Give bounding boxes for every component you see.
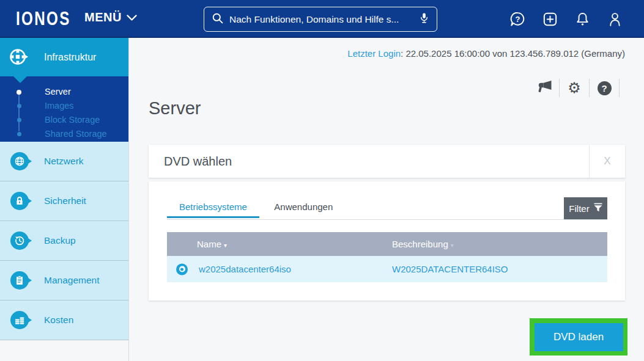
menu-label: MENÜ (84, 10, 122, 24)
create-new-button[interactable] (542, 11, 558, 27)
sidebar-section-sicherheit[interactable]: Sicherheit (0, 181, 128, 221)
question-circle-icon: ? (598, 81, 612, 95)
infrastructure-submenu: Server Images Block Storage Shared Stora… (0, 76, 128, 142)
sidebar-item-images[interactable]: Images (0, 99, 128, 113)
notifications-bell-button[interactable] (574, 11, 591, 27)
dialog-title: DVD wählen (164, 155, 232, 169)
restore-clock-icon (10, 232, 29, 250)
gear-icon: ⚙ (568, 81, 581, 95)
search-icon (212, 12, 224, 27)
filter-label: Filter (569, 203, 589, 214)
dvd-laden-button[interactable]: DVD laden (535, 323, 623, 351)
sidebar-section-label: Backup (44, 235, 76, 246)
bullet-icon (17, 90, 21, 95)
main-content: Letzter Login: 22.05.2025 16:00:00 von 1… (129, 38, 644, 361)
last-login-value: : 22.05.2025 16:00:00 von 123.456.789.01… (401, 48, 625, 59)
column-header-name[interactable]: Name▾ (167, 239, 392, 249)
sidebar-section-netzwerk[interactable]: Netzwerk (0, 142, 128, 181)
header-icon-group: ? (509, 11, 623, 27)
bullet-icon (17, 132, 21, 136)
bullet-icon (17, 118, 21, 122)
toolbar-divider (589, 79, 590, 97)
tab-betriebssysteme[interactable]: Betriebssysteme (167, 197, 259, 218)
last-login-label: Letzter Login (347, 48, 401, 59)
sidebar-section-label: Infrastruktur (44, 52, 96, 63)
sidebar-item-shared-storage[interactable]: Shared Storage (0, 127, 128, 141)
sidebar-item-block-storage[interactable]: Block Storage (0, 113, 128, 127)
globe-icon (10, 152, 29, 170)
tab-anwendungen[interactable]: Anwendungen (262, 197, 345, 218)
dialog-body: Betriebssysteme Anwendungen Filter Name▾… (149, 181, 625, 301)
table-header-row: Name▾ Beschreibung▾ (167, 232, 607, 256)
dvd-name: w2025datacenter64iso (199, 264, 291, 274)
dvd-description: W2025DATACENTER64ISO (392, 264, 508, 274)
column-header-beschreibung[interactable]: Beschreibung▾ (392, 239, 607, 249)
settings-button[interactable]: ⚙ (566, 80, 582, 96)
announcements-button[interactable] (536, 80, 552, 96)
lock-icon (10, 192, 29, 210)
sidebar-section-label: Management (44, 275, 99, 286)
sort-desc-icon: ▾ (224, 242, 227, 249)
coins-icon (10, 311, 29, 329)
last-login-info: Letzter Login: 22.05.2025 16:00:00 von 1… (347, 48, 625, 59)
account-button[interactable] (607, 11, 623, 27)
sidebar-section-backup[interactable]: Backup (0, 221, 128, 261)
column-label: Name (197, 239, 221, 249)
sub-item-label: Server (45, 87, 71, 97)
cloud-panel-screen: IONOS MENÜ ? (0, 0, 644, 361)
ionos-logo[interactable]: IONOS (16, 8, 71, 30)
toolbar-divider (559, 79, 560, 97)
row-name-cell: w2025datacenter64iso (167, 264, 392, 274)
infrastructure-icon (9, 47, 32, 69)
sidebar-section-management[interactable]: Management (0, 261, 128, 301)
page-toolbar: ⚙ ? (536, 79, 626, 97)
close-button[interactable]: X (589, 145, 625, 178)
sub-item-label: Images (45, 101, 74, 111)
clipboard-icon (10, 271, 29, 290)
toolbar-divider (619, 79, 620, 97)
help-chat-button[interactable]: ? (509, 11, 526, 27)
page-title: Server (149, 98, 201, 119)
row-description-cell: W2025DATACENTER64ISO (392, 264, 607, 274)
radio-selected[interactable] (176, 263, 188, 275)
top-header: IONOS MENÜ ? (0, 0, 644, 38)
chevron-down-icon (127, 10, 137, 24)
column-label: Beschreibung (392, 239, 448, 249)
dialog-header: DVD wählen X (149, 145, 625, 178)
megaphone-icon (536, 79, 553, 97)
dvd-table: Name▾ Beschreibung▾ w2025datacenter64iso… (167, 232, 607, 282)
highlight-frame: DVD laden (530, 318, 627, 356)
sub-item-label: Block Storage (45, 115, 100, 125)
sidebar: Infrastruktur Server Images Block Storag… (0, 38, 129, 361)
table-row[interactable]: w2025datacenter64iso W2025DATACENTER64IS… (167, 256, 607, 282)
sort-icon: ▾ (451, 242, 454, 249)
tab-bar: Betriebssysteme Anwendungen (167, 197, 607, 220)
sidebar-section-kosten[interactable]: Kosten (0, 301, 128, 340)
bullet-icon (17, 104, 21, 108)
filter-button[interactable]: Filter (564, 197, 607, 219)
svg-text:?: ? (516, 15, 520, 24)
sidebar-section-infrastruktur[interactable]: Infrastruktur (0, 38, 128, 76)
sidebar-section-label: Kosten (44, 315, 73, 326)
funnel-icon (594, 203, 602, 214)
menu-button[interactable]: MENÜ (84, 10, 137, 24)
search-input[interactable] (229, 14, 413, 25)
microphone-icon[interactable] (419, 12, 429, 27)
sidebar-item-server[interactable]: Server (0, 85, 128, 99)
active-section-notch (13, 76, 27, 83)
sidebar-section-label: Sicherheit (44, 195, 86, 206)
sidebar-section-label: Netzwerk (44, 156, 84, 167)
help-button[interactable]: ? (596, 80, 612, 96)
sub-item-label: Shared Storage (45, 129, 107, 139)
search-box (204, 7, 437, 32)
